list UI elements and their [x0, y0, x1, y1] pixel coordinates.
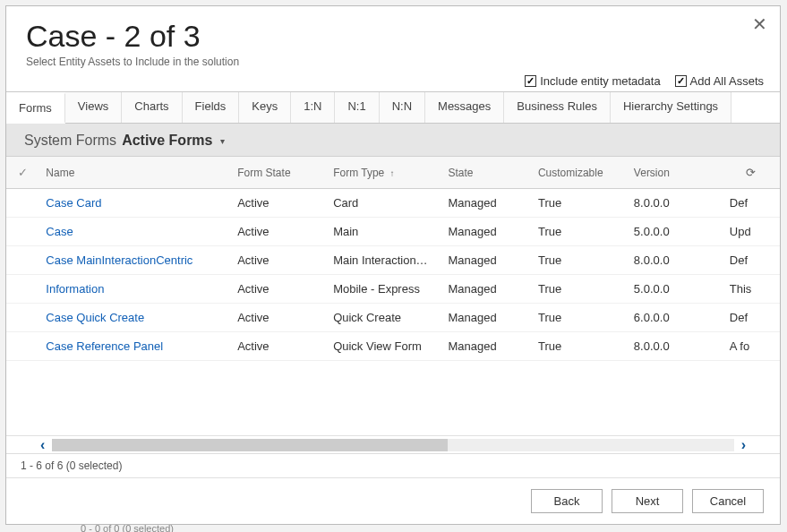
- row-checkbox[interactable]: [6, 246, 38, 275]
- tab-business-rules[interactable]: Business Rules: [504, 92, 611, 123]
- cell-version: 8.0.0.0: [627, 246, 723, 275]
- scroll-left-icon[interactable]: ‹: [37, 437, 48, 453]
- cell-form-state: Active: [230, 218, 326, 246]
- column-form-type[interactable]: Form Type ↑: [326, 157, 441, 189]
- cell-state: Managed: [441, 332, 531, 361]
- chevron-down-icon: ▾: [220, 136, 225, 146]
- column-name[interactable]: Name: [38, 157, 230, 189]
- cell-version: 8.0.0.0: [627, 189, 723, 218]
- row-checkbox[interactable]: [6, 304, 38, 332]
- tab-hierarchy-settings[interactable]: Hierarchy Settings: [611, 92, 731, 123]
- table-body: Case CardActiveCardManagedTrue8.0.0.0Def…: [6, 189, 780, 361]
- form-name-link[interactable]: Case MainInteractionCentric: [46, 253, 192, 267]
- table-row[interactable]: Case Reference PanelActiveQuick View For…: [6, 332, 780, 361]
- entity-assets-tabbar: Forms Views Charts Fields Keys 1:N N:1 N…: [6, 91, 780, 124]
- cell-description: Upd: [723, 218, 780, 246]
- cell-form-type: Quick Create: [326, 304, 441, 332]
- check-icon: ✓: [18, 166, 28, 179]
- tab-fields[interactable]: Fields: [183, 92, 240, 123]
- cancel-button[interactable]: Cancel: [692, 489, 764, 513]
- cell-customizable: True: [531, 275, 627, 304]
- cell-version: 5.0.0.0: [627, 275, 723, 304]
- include-metadata-label: Include entity metadata: [540, 74, 660, 88]
- cell-description: Def: [723, 189, 780, 218]
- form-name-link[interactable]: Case Reference Panel: [46, 339, 163, 353]
- column-form-type-label: Form Type: [333, 167, 384, 179]
- column-version[interactable]: Version: [627, 157, 723, 189]
- checkbox-icon: [675, 75, 687, 87]
- cell-description: A fo: [723, 332, 780, 361]
- cell-customizable: True: [531, 189, 627, 218]
- row-checkbox[interactable]: [6, 218, 38, 246]
- cell-form-type: Main Interaction…: [326, 246, 441, 275]
- checkbox-icon: [525, 75, 536, 87]
- add-all-assets-checkbox[interactable]: Add All Assets: [675, 74, 764, 88]
- cell-form-state: Active: [230, 246, 326, 275]
- cell-customizable: True: [531, 332, 627, 361]
- cell-form-type: Main: [326, 218, 441, 246]
- header-options: Include entity metadata Add All Assets: [525, 74, 764, 88]
- cell-description: Def: [723, 304, 780, 332]
- tab-views[interactable]: Views: [65, 92, 122, 123]
- include-entity-metadata-checkbox[interactable]: Include entity metadata: [525, 74, 660, 88]
- dialog-header: Case - 2 of 3 Select Entity Assets to In…: [6, 6, 780, 72]
- cell-version: 5.0.0.0: [627, 218, 723, 246]
- table-row[interactable]: Case MainInteractionCentricActiveMain In…: [6, 246, 780, 275]
- cell-description: This: [723, 275, 780, 304]
- column-state[interactable]: State: [441, 157, 531, 189]
- cell-form-state: Active: [230, 304, 326, 332]
- scroll-right-icon[interactable]: ›: [738, 437, 749, 453]
- wizard-dialog: ✕ Case - 2 of 3 Select Entity Assets to …: [5, 5, 781, 525]
- column-form-state[interactable]: Form State: [230, 157, 326, 189]
- column-select-all[interactable]: ✓: [6, 157, 38, 189]
- table-header: ✓ Name Form State Form Type ↑ State Cust…: [6, 157, 780, 189]
- form-name-link[interactable]: Information: [46, 282, 104, 296]
- form-name-link[interactable]: Case Card: [46, 196, 101, 210]
- horizontal-scrollbar[interactable]: ‹ ›: [6, 435, 780, 453]
- cell-form-type: Mobile - Express: [326, 275, 441, 304]
- tab-keys[interactable]: Keys: [239, 92, 291, 123]
- cell-form-state: Active: [230, 275, 326, 304]
- refresh-icon[interactable]: ⟳: [723, 157, 780, 189]
- cell-state: Managed: [441, 218, 531, 246]
- add-all-assets-label: Add All Assets: [690, 74, 764, 88]
- table-row[interactable]: Case CardActiveCardManagedTrue8.0.0.0Def: [6, 189, 780, 218]
- cell-customizable: True: [531, 304, 627, 332]
- tab-charts[interactable]: Charts: [122, 92, 182, 123]
- scrollbar-track[interactable]: [52, 439, 733, 451]
- sort-ascending-icon: ↑: [390, 168, 395, 178]
- row-checkbox[interactable]: [6, 275, 38, 304]
- form-name-link[interactable]: Case Quick Create: [46, 311, 144, 324]
- tab-messages[interactable]: Messages: [425, 92, 504, 123]
- cell-form-state: Active: [230, 189, 326, 218]
- view-prefix: System Forms: [24, 133, 116, 149]
- column-customizable[interactable]: Customizable: [531, 157, 627, 189]
- tab-forms[interactable]: Forms: [6, 93, 65, 124]
- cell-form-type: Quick View Form: [326, 332, 441, 361]
- tab-n1[interactable]: N:1: [335, 92, 379, 123]
- next-button[interactable]: Next: [612, 489, 683, 513]
- cell-state: Managed: [441, 246, 531, 275]
- cell-description: Def: [723, 246, 780, 275]
- row-checkbox[interactable]: [6, 189, 38, 218]
- table-row[interactable]: InformationActiveMobile - ExpressManaged…: [6, 275, 780, 304]
- tab-nn[interactable]: N:N: [380, 92, 425, 123]
- cell-state: Managed: [441, 189, 531, 218]
- cell-form-type: Card: [326, 189, 441, 218]
- cell-version: 8.0.0.0: [627, 332, 723, 361]
- table-row[interactable]: Case Quick CreateActiveQuick CreateManag…: [6, 304, 780, 332]
- back-button[interactable]: Back: [531, 489, 603, 513]
- view-selector[interactable]: System Forms Active Forms ▾: [6, 124, 780, 157]
- form-name-link[interactable]: Case: [46, 225, 73, 238]
- scrollbar-thumb[interactable]: [52, 439, 448, 451]
- table-row[interactable]: CaseActiveMainManagedTrue5.0.0.0Upd: [6, 218, 780, 246]
- cell-state: Managed: [441, 275, 531, 304]
- close-icon[interactable]: ✕: [752, 15, 767, 33]
- tab-1n[interactable]: 1:N: [291, 92, 335, 123]
- record-status: 1 - 6 of 6 (0 selected): [6, 453, 780, 477]
- page-subtitle: Select Entity Assets to Include in the s…: [26, 56, 760, 68]
- page-title: Case - 2 of 3: [26, 19, 760, 54]
- row-checkbox[interactable]: [6, 332, 38, 361]
- forms-table-wrapper: ✓ Name Form State Form Type ↑ State Cust…: [6, 157, 780, 477]
- cell-customizable: True: [531, 246, 627, 275]
